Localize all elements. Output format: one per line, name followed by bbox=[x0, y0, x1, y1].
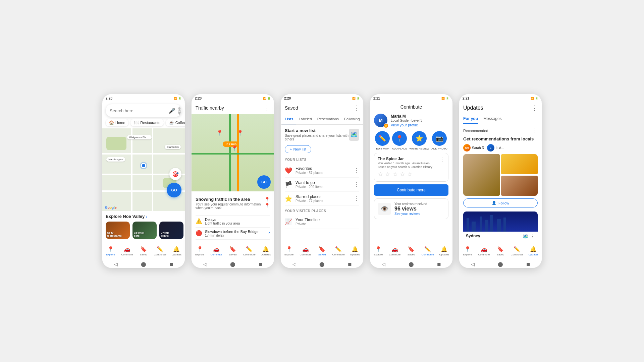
nav-updates-2[interactable]: 🔔 Updates bbox=[258, 242, 274, 260]
star-1[interactable]: ☆ bbox=[378, 171, 383, 178]
more-options-icon[interactable]: ⋮ bbox=[264, 104, 270, 112]
nav-contribute-3[interactable]: ✏️ Contribute bbox=[330, 242, 347, 260]
map-area[interactable]: Walgreens Pho... Hamburgers Starbucks 🎯 … bbox=[102, 128, 185, 211]
nav-explore-4[interactable]: 📍 Explore bbox=[370, 242, 386, 260]
nav-contribute-4[interactable]: ✏️ Contribute bbox=[420, 242, 436, 260]
star-3[interactable]: ☆ bbox=[392, 171, 398, 178]
nav-explore-2[interactable]: 📍 Explore bbox=[192, 242, 208, 260]
follow-button[interactable]: 👤 Follow bbox=[463, 198, 538, 207]
recents-icon-5[interactable]: ◼ bbox=[526, 261, 530, 267]
sarah-name: Sarah R bbox=[472, 146, 484, 150]
nav-explore-5[interactable]: 📍 Explore bbox=[459, 242, 476, 260]
nav-commute-2[interactable]: 🚗 Commute bbox=[208, 242, 224, 260]
home-icon-3[interactable]: ⬤ bbox=[319, 261, 325, 267]
nav-contribute-5[interactable]: ✏️ Contribute bbox=[509, 242, 525, 260]
star-4[interactable]: ☆ bbox=[400, 171, 405, 178]
search-input[interactable] bbox=[110, 108, 166, 113]
nav-updates-4[interactable]: 🔔 Updates bbox=[436, 242, 452, 260]
traffic-map[interactable]: +17 min 📍 📍 📍 GO bbox=[192, 114, 274, 191]
tab-lists[interactable]: Lists bbox=[282, 114, 296, 124]
back-icon[interactable]: ◁ bbox=[114, 261, 118, 267]
place-more-icon[interactable]: ⋮ bbox=[439, 157, 445, 163]
nav-explore-3[interactable]: 📍 Explore bbox=[281, 242, 297, 260]
tab-for-you[interactable]: For you bbox=[463, 114, 478, 124]
nav-updates-1[interactable]: 🔔 Updates bbox=[168, 242, 185, 260]
updates-more-icon[interactable]: ⋮ bbox=[532, 104, 538, 112]
sydney-card[interactable]: Sydney 🗺️ ⋮ bbox=[463, 212, 538, 240]
map-icon[interactable]: 🗺️ bbox=[523, 234, 528, 238]
starred-more-icon[interactable]: ⋮ bbox=[354, 195, 359, 202]
search-bar[interactable]: 🎤 M bbox=[106, 104, 181, 117]
chip-restaurants[interactable]: 🍽️ Restaurants bbox=[130, 119, 163, 126]
nav-saved-4[interactable]: 🔖 Saved bbox=[403, 242, 419, 260]
my-location-button[interactable]: 🎯 bbox=[169, 168, 181, 180]
nav-saved-5[interactable]: 🔖 Saved bbox=[492, 242, 508, 260]
add-place-button[interactable]: 📍 bbox=[392, 131, 407, 146]
avatar[interactable]: M bbox=[178, 107, 181, 115]
nav-commute-1[interactable]: 🚗 Commute bbox=[119, 242, 135, 260]
back-icon-5[interactable]: ◁ bbox=[471, 261, 475, 267]
action-edit-map[interactable]: ✏️ EDIT MAP bbox=[375, 131, 390, 150]
slowdown-arrow-icon[interactable]: › bbox=[268, 230, 270, 235]
explore-card-drinks[interactable]: Cheapdrinks bbox=[159, 222, 183, 239]
chip-home[interactable]: 🏠 Home bbox=[106, 119, 128, 126]
card-more-icon[interactable]: ⋮ bbox=[530, 234, 535, 238]
recommended-more-icon[interactable]: ⋮ bbox=[532, 127, 538, 134]
list-starred[interactable]: ⭐ Starred places Private · 77 places ⋮ bbox=[285, 192, 359, 206]
recents-icon-2[interactable]: ◼ bbox=[259, 261, 263, 267]
add-photo-button[interactable]: 📷 bbox=[432, 131, 447, 146]
nav-contribute-2[interactable]: ✏️ Contribute bbox=[241, 242, 258, 260]
status-bar-3: 2:20 📶 🔋 bbox=[281, 94, 363, 102]
recents-icon[interactable]: ◼ bbox=[169, 261, 173, 267]
nav-saved-3[interactable]: 🔖 Saved bbox=[314, 242, 330, 260]
home-icon-2[interactable]: ⬤ bbox=[230, 261, 235, 267]
recents-icon-4[interactable]: ◼ bbox=[437, 261, 441, 267]
nav-commute-5[interactable]: 🚗 Commute bbox=[476, 242, 492, 260]
explore-card-restaurants[interactable]: Cozyrestaurants bbox=[106, 222, 130, 239]
nav-explore-1[interactable]: 📍 Explore bbox=[102, 242, 119, 260]
chip-coffee[interactable]: ☕ Coffee bbox=[166, 119, 185, 126]
nav-commute-4[interactable]: 🚗 Commute bbox=[386, 242, 403, 260]
list-favorites[interactable]: ❤️ Favorites Private · 57 places ⋮ bbox=[285, 164, 359, 178]
home-indicator-icon[interactable]: ⬤ bbox=[141, 261, 146, 267]
action-add-photo[interactable]: 📷 ADD PHOTO bbox=[431, 131, 447, 150]
see-reviews-link[interactable]: See your reviews bbox=[394, 212, 427, 216]
list-timeline[interactable]: 📈 Your Timeline Private bbox=[285, 215, 359, 229]
new-list-button[interactable]: + New list bbox=[285, 145, 311, 153]
action-add-place[interactable]: 📍 ADD PLACE bbox=[392, 131, 407, 150]
view-profile-link[interactable]: View your profile bbox=[391, 123, 422, 127]
back-icon-4[interactable]: ◁ bbox=[382, 261, 385, 267]
want-to-go-more-icon[interactable]: ⋮ bbox=[354, 181, 359, 188]
explore-card-bars[interactable]: Cocktailbars bbox=[132, 222, 157, 239]
tab-reservations[interactable]: Reservations bbox=[315, 114, 341, 124]
nav-saved-2[interactable]: 🔖 Saved bbox=[224, 242, 241, 260]
saved-more-icon[interactable]: ⋮ bbox=[353, 104, 359, 112]
nav-contribute-1[interactable]: ✏️ Contribute bbox=[152, 242, 168, 260]
star-5[interactable]: ☆ bbox=[407, 171, 413, 178]
nav-saved-1[interactable]: 🔖 Saved bbox=[135, 242, 152, 260]
traffic-item-slowdown[interactable]: 🔴 Slowdown before the Bay Bridge 17-min … bbox=[196, 228, 270, 240]
back-icon-2[interactable]: ◁ bbox=[203, 261, 207, 267]
go-button[interactable]: GO bbox=[167, 183, 181, 197]
back-icon-3[interactable]: ◁ bbox=[292, 261, 296, 267]
nav-updates-3[interactable]: 🔔 Updates bbox=[347, 242, 363, 260]
commute-go-button[interactable]: GO bbox=[257, 175, 271, 189]
phones-container: 2:20 📶 🔋 🎤 M 🏠 Home 🍽️ Restaurants bbox=[89, 80, 555, 282]
mic-icon[interactable]: 🎤 bbox=[169, 108, 175, 114]
list-want-to-go[interactable]: 🏴 Want to go Private · 209 items ⋮ bbox=[285, 178, 359, 192]
write-review-button[interactable]: ⭐ bbox=[412, 131, 427, 146]
tab-following[interactable]: Following bbox=[341, 114, 362, 124]
nav-updates-5[interactable]: 🔔 Updates bbox=[525, 242, 542, 260]
star-2[interactable]: ☆ bbox=[385, 171, 390, 178]
tab-labeled[interactable]: Labeled bbox=[296, 114, 315, 124]
favorites-more-icon[interactable]: ⋮ bbox=[354, 167, 359, 174]
contribute-more-button[interactable]: Contribute more bbox=[374, 184, 448, 196]
edit-map-button[interactable]: ✏️ bbox=[375, 131, 390, 146]
action-write-review[interactable]: ⭐ WRITE REVIEW bbox=[409, 131, 429, 150]
tab-messages[interactable]: Messages bbox=[483, 114, 502, 124]
home-icon-4[interactable]: ⬤ bbox=[409, 261, 414, 267]
home-icon-5[interactable]: ⬤ bbox=[498, 261, 503, 267]
nav-commute-3[interactable]: 🚗 Commute bbox=[297, 242, 314, 260]
star-rating-row[interactable]: ☆ ☆ ☆ ☆ ☆ bbox=[378, 171, 445, 178]
recents-icon-3[interactable]: ◼ bbox=[348, 261, 352, 267]
